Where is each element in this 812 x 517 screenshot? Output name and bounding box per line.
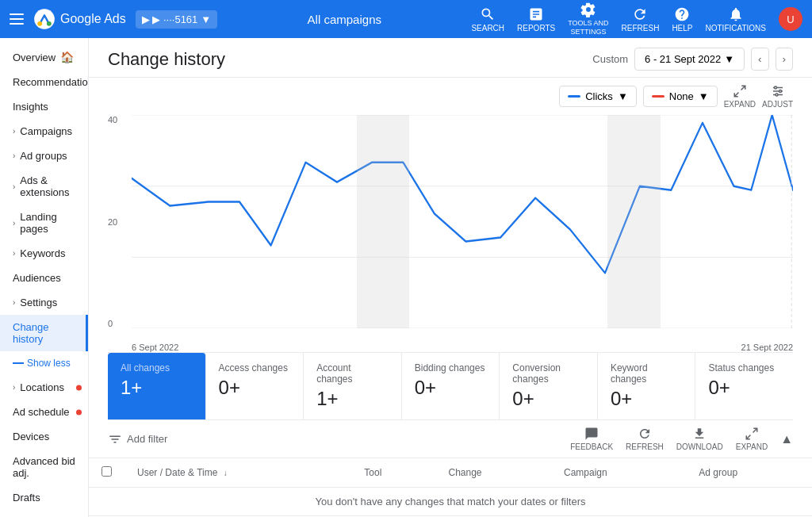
avatar[interactable]: U	[779, 7, 802, 31]
sidebar-item-change-history[interactable]: Change history	[0, 315, 88, 351]
status-dot	[76, 385, 82, 390]
refresh-nav-label: REFRESH	[622, 24, 660, 33]
sidebar-item-label: Ads & extensions	[20, 174, 75, 198]
dropdown-arrow-icon: ▼	[724, 53, 734, 65]
sidebar-item-label: Settings	[20, 297, 57, 308]
account-selector-chevron: ▼	[201, 13, 211, 25]
col-label-change: Change	[448, 467, 481, 478]
hamburger-menu[interactable]	[10, 13, 24, 25]
chart-area	[132, 115, 793, 328]
col-label-user-date: User / Date & Time	[137, 467, 217, 478]
chart-expand-button[interactable]: EXPAND	[724, 84, 756, 109]
sidebar-item-insights[interactable]: Insights	[0, 94, 88, 119]
svg-point-4	[779, 90, 781, 93]
add-filter-label: Add filter	[127, 433, 167, 445]
sidebar-item-audiences[interactable]: Audiences	[0, 266, 88, 290]
prev-date-button[interactable]: ‹	[751, 48, 768, 71]
card-keyword-changes[interactable]: Keyword changes 0+	[598, 353, 696, 419]
filter-left: Add filter	[108, 432, 167, 446]
sidebar-item-locations[interactable]: › Locations	[0, 375, 88, 400]
sidebar-item-keywords[interactable]: › Keywords	[0, 241, 88, 266]
download-button[interactable]: DOWNLOAD	[676, 427, 723, 451]
next-date-button[interactable]: ›	[776, 48, 793, 71]
card-all-changes[interactable]: All changes 1+	[108, 353, 206, 419]
table-empty-row: You don't have any changes that match yo…	[89, 488, 812, 516]
account-selector[interactable]: ▶ ▶ ····5161 ▼	[136, 10, 217, 29]
sidebar-item-devices[interactable]: Devices	[0, 424, 88, 449]
col-label-campaign: Campaign	[564, 467, 607, 478]
sidebar-item-advanced-bid[interactable]: Advanced bid adj.	[0, 449, 88, 485]
main-content: Change history Custom 6 - 21 Sept 2022 ▼…	[89, 38, 812, 517]
table-expand-button[interactable]: EXPAND	[736, 427, 768, 451]
svg-point-5	[776, 94, 778, 96]
feedback-button[interactable]: FEEDBACK	[570, 427, 613, 451]
sidebar-item-ads-extensions[interactable]: › Ads & extensions	[0, 168, 88, 205]
card-conversion-changes[interactable]: Conversion changes 0+	[500, 353, 598, 419]
table-refresh-button[interactable]: REFRESH	[626, 427, 664, 451]
card-status-changes[interactable]: Status changes 0+	[695, 353, 793, 419]
card-access-changes[interactable]: Access changes 0+	[206, 353, 304, 419]
tools-nav-label: TOOLS ANDSETTINGS	[568, 19, 608, 36]
card-label: Conversion changes	[512, 362, 584, 385]
sidebar-item-drafts[interactable]: Drafts	[0, 485, 88, 510]
sort-icon[interactable]: ↓	[224, 469, 228, 477]
reports-nav-btn[interactable]: REPORTS	[517, 6, 555, 33]
chart-svg	[132, 115, 793, 328]
data-table: User / Date & Time ↓ Tool Change Campaig…	[89, 458, 812, 516]
account-selector-text: ▶ ▶ ····5161	[142, 13, 198, 25]
main-layout: Overview 🏠 Recommendations Insights › Ca…	[0, 38, 812, 517]
show-less-label: Show less	[27, 358, 71, 369]
metric2-button[interactable]: None ▼	[643, 86, 718, 107]
sidebar-item-ad-groups[interactable]: › Ad groups	[0, 144, 88, 168]
sidebar-item-recommendations[interactable]: Recommendations	[0, 70, 88, 94]
col-label-ad-group: Ad group	[699, 467, 737, 478]
show-less-btn[interactable]: Show less	[0, 351, 88, 375]
sidebar-item-label: Audiences	[13, 272, 61, 284]
feedback-label: FEEDBACK	[570, 442, 613, 451]
card-label: Bidding changes	[415, 362, 487, 373]
select-all-checkbox[interactable]	[102, 466, 112, 477]
sidebar-item-label: Keywords	[20, 247, 65, 259]
sidebar-item-label: Overview	[13, 52, 56, 63]
col-label-tool: Tool	[364, 467, 381, 478]
card-account-changes[interactable]: Account changes 1+	[304, 353, 402, 419]
sidebar-item-settings[interactable]: › Settings	[0, 290, 88, 315]
svg-point-1	[37, 21, 42, 26]
custom-label: Custom	[592, 53, 628, 65]
card-label: Status changes	[708, 362, 780, 373]
metric1-button[interactable]: Clicks ▼	[559, 86, 637, 107]
sidebar-item-ad-schedule[interactable]: Ad schedule	[0, 400, 88, 424]
sidebar-item-overview[interactable]: Overview 🏠	[0, 44, 88, 70]
sidebar-item-experiments[interactable]: Experiments	[0, 510, 88, 517]
card-label: All changes	[121, 362, 193, 373]
table-checkbox-header	[89, 458, 124, 488]
show-less-icon	[13, 362, 24, 364]
summary-cards: All changes 1+ Access changes 0+ Account…	[108, 353, 793, 420]
chevron-icon: ›	[13, 127, 15, 136]
y-label-20: 20	[108, 217, 125, 227]
sidebar-item-campaigns[interactable]: › Campaigns	[0, 119, 88, 144]
notifications-nav-btn[interactable]: NOTIFICATIONS	[706, 6, 766, 33]
chevron-icon: ›	[13, 182, 15, 191]
add-filter-button[interactable]: Add filter	[108, 432, 167, 446]
sidebar-item-landing-pages[interactable]: › Landing pages	[0, 205, 88, 241]
refresh-nav-btn[interactable]: REFRESH	[622, 6, 660, 33]
col-header-ad-group: Ad group	[686, 458, 812, 488]
date-range-text: 6 - 21 Sept 2022	[645, 53, 721, 65]
card-value: 1+	[316, 388, 389, 410]
help-nav-btn[interactable]: HELP	[672, 6, 692, 33]
tools-nav-btn[interactable]: TOOLS ANDSETTINGS	[568, 2, 608, 36]
search-nav-btn[interactable]: SEARCH	[471, 6, 504, 33]
date-range-button[interactable]: 6 - 21 Sept 2022 ▼	[634, 48, 745, 71]
card-value: 0+	[512, 388, 584, 410]
col-header-user-date: User / Date & Time ↓	[124, 458, 351, 488]
collapse-button[interactable]: ▲	[780, 432, 793, 446]
y-label-40: 40	[108, 115, 125, 124]
metric2-line	[652, 95, 665, 98]
card-bidding-changes[interactable]: Bidding changes 0+	[402, 353, 500, 419]
chevron-icon: ›	[13, 151, 15, 160]
chart-adjust-button[interactable]: ADJUST	[762, 84, 793, 109]
empty-message: You don't have any changes that match yo…	[89, 488, 812, 516]
chevron-icon: ›	[13, 249, 15, 258]
refresh-label: REFRESH	[626, 442, 664, 451]
